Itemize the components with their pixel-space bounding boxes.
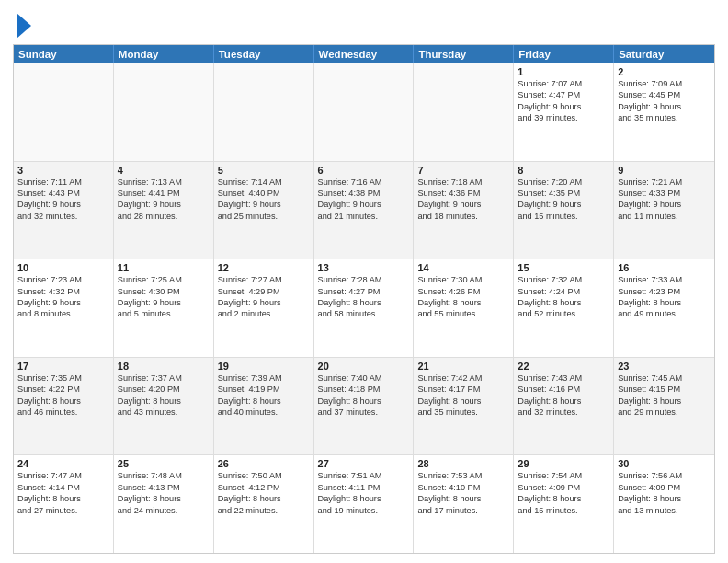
day-number: 17: [17, 361, 109, 372]
cell-info-line: Daylight: 8 hours: [417, 396, 509, 407]
cell-info-line: and 32 minutes.: [17, 211, 109, 222]
cell-info-line: Daylight: 9 hours: [518, 101, 609, 112]
cell-info-line: Sunrise: 7:54 AM: [518, 470, 609, 481]
cell-info-line: Sunrise: 7:14 AM: [218, 177, 310, 188]
cell-info-line: Sunrise: 7:30 AM: [417, 274, 509, 285]
cell-info-line: and 5 minutes.: [118, 308, 210, 319]
cell-info-line: Sunset: 4:26 PM: [417, 286, 509, 297]
cell-info-line: Daylight: 9 hours: [318, 199, 410, 210]
cell-info-line: Sunrise: 7:56 AM: [618, 470, 711, 481]
cell-info-line: Sunset: 4:20 PM: [118, 384, 210, 395]
cell-info-line: and 8 minutes.: [17, 308, 109, 319]
calendar-cell: 8Sunrise: 7:20 AMSunset: 4:35 PMDaylight…: [514, 162, 614, 259]
calendar: SundayMondayTuesdayWednesdayThursdayFrid…: [13, 44, 715, 554]
day-header-monday: Monday: [114, 45, 214, 63]
cell-info-line: Daylight: 9 hours: [618, 101, 711, 112]
day-number: 19: [218, 361, 310, 372]
day-number: 21: [417, 361, 509, 372]
cell-info-line: Sunset: 4:10 PM: [417, 482, 509, 493]
cell-info-line: and 27 minutes.: [17, 505, 109, 516]
calendar-cell: 4Sunrise: 7:13 AMSunset: 4:41 PMDaylight…: [114, 162, 214, 259]
day-number: 9: [618, 165, 711, 176]
cell-info-line: Sunset: 4:36 PM: [417, 188, 509, 199]
cell-info-line: Sunset: 4:29 PM: [218, 286, 310, 297]
day-number: 6: [318, 165, 410, 176]
day-number: 15: [518, 262, 609, 273]
calendar-body: 1Sunrise: 7:07 AMSunset: 4:47 PMDaylight…: [14, 63, 714, 553]
calendar-cell: 1Sunrise: 7:07 AMSunset: 4:47 PMDaylight…: [514, 63, 614, 161]
cell-info-line: Sunrise: 7:48 AM: [118, 470, 210, 481]
cell-info-line: Daylight: 9 hours: [17, 199, 109, 210]
day-number: 12: [218, 262, 310, 273]
cell-info-line: Sunrise: 7:11 AM: [17, 177, 109, 188]
day-number: 30: [618, 458, 711, 469]
cell-info-line: Sunrise: 7:53 AM: [417, 470, 509, 481]
cell-info-line: Daylight: 9 hours: [218, 297, 310, 308]
day-number: 13: [318, 262, 410, 273]
cell-info-line: Sunrise: 7:32 AM: [518, 274, 609, 285]
cell-info-line: Sunset: 4:30 PM: [118, 286, 210, 297]
cell-info-line: Sunrise: 7:50 AM: [218, 470, 310, 481]
cell-info-line: Sunrise: 7:42 AM: [417, 373, 509, 384]
calendar-cell: 25Sunrise: 7:48 AMSunset: 4:13 PMDayligh…: [114, 455, 214, 553]
day-number: 28: [417, 458, 509, 469]
cell-info-line: Daylight: 8 hours: [518, 396, 609, 407]
cell-info-line: and 17 minutes.: [417, 505, 509, 516]
day-number: 3: [17, 165, 109, 176]
calendar-cell: 15Sunrise: 7:32 AMSunset: 4:24 PMDayligh…: [514, 259, 614, 357]
cell-info-line: Sunrise: 7:25 AM: [118, 274, 210, 285]
cell-info-line: Daylight: 8 hours: [318, 396, 410, 407]
day-number: 7: [417, 165, 509, 176]
day-number: 29: [518, 458, 609, 469]
logo-icon: [15, 13, 31, 39]
cell-info-line: Daylight: 9 hours: [118, 199, 210, 210]
calendar-cell: [414, 63, 514, 161]
cell-info-line: Sunrise: 7:09 AM: [618, 78, 711, 89]
cell-info-line: and 28 minutes.: [118, 211, 210, 222]
day-number: 24: [17, 458, 109, 469]
day-number: 23: [618, 361, 711, 372]
cell-info-line: Sunrise: 7:39 AM: [218, 373, 310, 384]
cell-info-line: Sunset: 4:23 PM: [618, 286, 711, 297]
calendar-week-4: 17Sunrise: 7:35 AMSunset: 4:22 PMDayligh…: [14, 358, 714, 456]
day-header-friday: Friday: [514, 45, 614, 63]
calendar-week-5: 24Sunrise: 7:47 AMSunset: 4:14 PMDayligh…: [14, 455, 714, 553]
calendar-cell: 14Sunrise: 7:30 AMSunset: 4:26 PMDayligh…: [414, 259, 514, 357]
cell-info-line: Sunset: 4:40 PM: [218, 188, 310, 199]
calendar-cell: 29Sunrise: 7:54 AMSunset: 4:09 PMDayligh…: [514, 455, 614, 553]
calendar-cell: 26Sunrise: 7:50 AMSunset: 4:12 PMDayligh…: [214, 455, 314, 553]
day-header-wednesday: Wednesday: [314, 45, 415, 63]
cell-info-line: Sunset: 4:18 PM: [318, 384, 410, 395]
cell-info-line: Sunset: 4:38 PM: [318, 188, 410, 199]
day-header-sunday: Sunday: [14, 45, 114, 63]
day-number: 4: [118, 165, 210, 176]
cell-info-line: Sunset: 4:09 PM: [618, 482, 711, 493]
cell-info-line: and 46 minutes.: [17, 407, 109, 418]
cell-info-line: Sunset: 4:09 PM: [518, 482, 609, 493]
cell-info-line: and 49 minutes.: [618, 308, 711, 319]
day-number: 26: [218, 458, 310, 469]
calendar-cell: 17Sunrise: 7:35 AMSunset: 4:22 PMDayligh…: [14, 358, 114, 455]
calendar-header: SundayMondayTuesdayWednesdayThursdayFrid…: [14, 45, 714, 63]
cell-info-line: and 24 minutes.: [118, 505, 210, 516]
cell-info-line: Sunrise: 7:18 AM: [417, 177, 509, 188]
cell-info-line: and 25 minutes.: [218, 211, 310, 222]
calendar-cell: 3Sunrise: 7:11 AMSunset: 4:43 PMDaylight…: [14, 162, 114, 259]
day-header-saturday: Saturday: [614, 45, 714, 63]
cell-info-line: Sunset: 4:43 PM: [17, 188, 109, 199]
cell-info-line: and 37 minutes.: [318, 407, 410, 418]
cell-info-line: and 55 minutes.: [417, 308, 509, 319]
day-number: 1: [518, 66, 609, 77]
cell-info-line: and 52 minutes.: [518, 308, 609, 319]
cell-info-line: Daylight: 8 hours: [218, 396, 310, 407]
header: [13, 11, 715, 39]
cell-info-line: Daylight: 8 hours: [17, 396, 109, 407]
calendar-cell: 11Sunrise: 7:25 AMSunset: 4:30 PMDayligh…: [114, 259, 214, 357]
cell-info-line: Sunrise: 7:37 AM: [118, 373, 210, 384]
cell-info-line: Daylight: 8 hours: [618, 396, 711, 407]
day-number: 18: [118, 361, 210, 372]
day-number: 10: [17, 262, 109, 273]
calendar-cell: 24Sunrise: 7:47 AMSunset: 4:14 PMDayligh…: [14, 455, 114, 553]
cell-info-line: Sunrise: 7:43 AM: [518, 373, 609, 384]
calendar-cell: 10Sunrise: 7:23 AMSunset: 4:32 PMDayligh…: [14, 259, 114, 357]
